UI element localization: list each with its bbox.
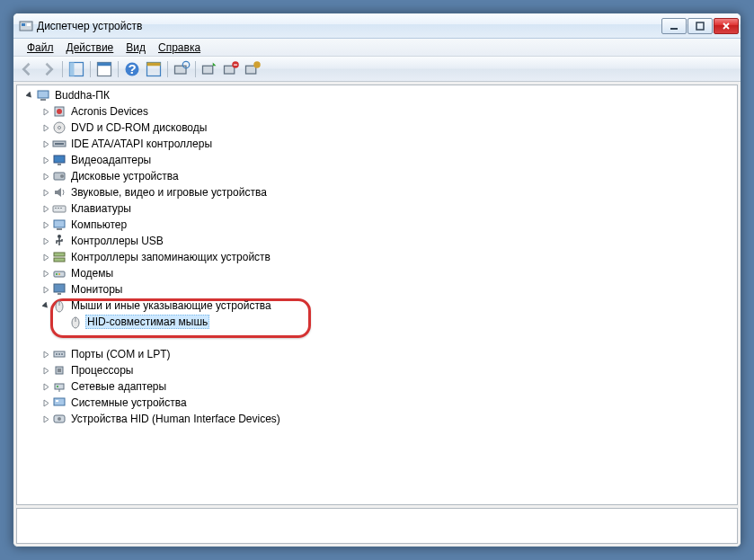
expand-toggle[interactable]	[40, 106, 51, 117]
modem-icon	[52, 266, 67, 280]
tree-row-cat-1[interactable]: DVD и CD-ROM дисководы	[17, 120, 737, 136]
svg-rect-35	[60, 208, 62, 209]
tree-row-cat-0[interactable]: Acronis Devices	[17, 103, 737, 120]
expand-toggle[interactable]	[40, 155, 51, 165]
expand-toggle[interactable]	[40, 413, 51, 424]
tree-row-cat-8[interactable]: Контроллеры USB	[17, 233, 737, 249]
tree-label[interactable]: Звуковые, видео и игровые устройства	[69, 186, 269, 199]
expand-toggle[interactable]	[40, 365, 51, 376]
show-hide-tree-button[interactable]	[67, 59, 86, 79]
uninstall-button[interactable]	[221, 59, 241, 79]
tree-label[interactable]: Buddha-ПК	[53, 89, 111, 102]
expand-toggle[interactable]	[40, 381, 51, 392]
device-tree[interactable]: Buddha-ПКAcronis DevicesDVD и CD-ROM дис…	[16, 84, 738, 505]
svg-rect-6	[70, 62, 75, 76]
device-manager-window: Диспетчер устройств Файл Действие Вид Сп…	[13, 13, 741, 547]
tree-row-cat-14[interactable]: Порты (COM и LPT)	[17, 346, 737, 362]
tree-row-cat-2[interactable]: IDE ATA/ATAPI контроллеры	[17, 136, 737, 152]
app-icon	[19, 19, 33, 33]
display-icon	[52, 153, 67, 167]
tree-label[interactable]: DVD и CD-ROM дисководы	[69, 121, 208, 134]
expand-toggle[interactable]	[40, 122, 51, 133]
svg-rect-39	[54, 253, 65, 256]
computer-icon	[36, 88, 50, 102]
tree-label[interactable]: Мониторы	[69, 283, 124, 296]
tree-row-cat-17[interactable]: Системные устройства	[17, 395, 737, 411]
storage-icon	[52, 250, 67, 264]
expand-toggle[interactable]	[40, 397, 51, 408]
svg-rect-27	[55, 143, 64, 145]
tree-label[interactable]: Процессоры	[69, 364, 136, 377]
mouse-icon	[52, 298, 67, 313]
tree-row-root[interactable]: Buddha-ПК	[17, 87, 737, 103]
tree-row-cat-16[interactable]: Сетевые адаптеры	[17, 378, 737, 395]
help-button[interactable]: ?	[122, 59, 142, 79]
tree-row-cat-10[interactable]: Модемы	[17, 265, 737, 281]
tree-label[interactable]: Порты (COM и LPT)	[69, 348, 173, 360]
tree-label[interactable]: Системные устройства	[69, 396, 189, 409]
tree-label[interactable]: Acronis Devices	[69, 105, 150, 118]
tree-label[interactable]: Контроллеры USB	[69, 235, 165, 247]
svg-text:?: ?	[128, 61, 136, 76]
tree-label[interactable]: Контроллеры запоминающих устройств	[69, 251, 272, 263]
tree-label[interactable]: Дисковые устройства	[69, 170, 181, 182]
expand-toggle[interactable]	[40, 138, 51, 149]
maximize-button[interactable]	[687, 18, 713, 34]
dvd-icon	[52, 120, 67, 135]
expand-toggle[interactable]	[40, 268, 51, 279]
tree-row-cat-6[interactable]: Клавиатуры	[17, 200, 737, 217]
tree-label[interactable]: IDE ATA/ATAPI контроллеры	[69, 138, 214, 150]
expand-toggle[interactable]	[24, 90, 35, 101]
svg-point-59	[57, 386, 58, 387]
svg-rect-2	[27, 23, 31, 26]
update-driver-button[interactable]	[200, 59, 219, 79]
expand-toggle[interactable]	[40, 284, 51, 295]
acronis-icon	[52, 104, 67, 119]
disable-button[interactable]	[243, 59, 262, 79]
tree-row-cat-11[interactable]: Мониторы	[17, 281, 737, 298]
expand-toggle[interactable]	[57, 316, 67, 327]
tree-row-cat-4[interactable]: Дисковые устройства	[17, 168, 737, 184]
tree-label[interactable]: Сетевые адаптеры	[69, 380, 168, 393]
tree-label[interactable]: Клавиатуры	[69, 202, 133, 215]
menu-help[interactable]: Справка	[152, 40, 207, 55]
action-button[interactable]	[144, 59, 164, 79]
tree-label[interactable]: HID-совместимая мышь	[85, 315, 209, 329]
scan-hardware-button[interactable]	[172, 59, 191, 79]
expand-toggle[interactable]	[40, 252, 51, 262]
tree-row-cat-12[interactable]: Мыши и иные указывающие устройства	[17, 298, 737, 314]
tree-row-cat-15[interactable]: Процессоры	[17, 362, 737, 378]
svg-rect-21	[40, 99, 46, 101]
properties-button[interactable]	[94, 59, 114, 79]
tree-row-cat-18[interactable]: Устройства HID (Human Interface Devices)	[17, 411, 737, 427]
tree-label[interactable]: Компьютер	[69, 218, 129, 231]
svg-rect-1	[22, 23, 25, 26]
expand-toggle[interactable]	[40, 219, 51, 230]
expand-toggle[interactable]	[40, 171, 51, 182]
titlebar[interactable]: Диспетчер устройств	[13, 13, 741, 39]
menu-view[interactable]: Вид	[120, 40, 152, 55]
expand-toggle[interactable]	[40, 349, 51, 360]
close-button[interactable]	[714, 18, 739, 34]
system-icon	[52, 396, 67, 410]
minimize-button[interactable]	[661, 18, 687, 34]
tree-row-cat-9[interactable]: Контроллеры запоминающих устройств	[17, 249, 737, 265]
menu-file[interactable]: Файл	[21, 40, 60, 55]
tree-row-cat-12-child-0[interactable]: HID-совместимая мышь	[17, 314, 737, 330]
expand-toggle[interactable]	[40, 300, 51, 311]
menu-action[interactable]: Действие	[60, 40, 120, 55]
expand-toggle[interactable]	[40, 203, 51, 214]
tree-label[interactable]: Модемы	[69, 267, 115, 280]
expand-toggle[interactable]	[40, 187, 51, 198]
toolbar: ?	[13, 57, 741, 82]
tree-label[interactable]: Устройства HID (Human Interface Devices)	[69, 413, 282, 425]
tree-label[interactable]: Мыши и иные указывающие устройства	[69, 299, 273, 312]
tree-row-cat-5[interactable]: Звуковые, видео и игровые устройства	[17, 184, 737, 200]
tree-row-cat-7[interactable]: Компьютер	[17, 217, 737, 233]
expand-toggle[interactable]	[40, 236, 51, 246]
svg-rect-15	[203, 66, 213, 74]
tree-label[interactable]: Видеоадаптеры	[69, 154, 153, 166]
svg-rect-32	[53, 206, 66, 212]
tree-row-cat-3[interactable]: Видеоадаптеры	[17, 152, 737, 168]
svg-rect-36	[54, 220, 65, 227]
